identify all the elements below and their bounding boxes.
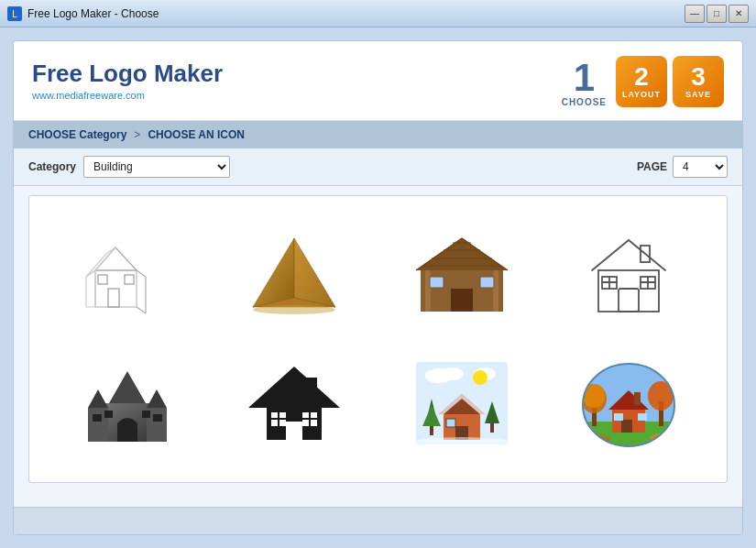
bottom-bar xyxy=(14,507,742,534)
main-window: Free Logo Maker www.mediafreeware.com 1 … xyxy=(0,27,756,548)
svg-rect-86 xyxy=(634,392,641,405)
svg-marker-41 xyxy=(88,389,108,408)
svg-rect-88 xyxy=(614,413,623,421)
svg-point-72 xyxy=(416,437,508,446)
page-select[interactable]: 1 2 3 4 5 xyxy=(673,156,728,178)
svg-rect-89 xyxy=(638,413,647,421)
page-label: PAGE xyxy=(637,160,667,173)
svg-rect-45 xyxy=(153,414,162,422)
window-title: Free Logo Maker - Choose xyxy=(27,7,685,20)
controls-bar: Category Building Animals Abstract Natur… xyxy=(14,148,742,186)
svg-rect-31 xyxy=(619,289,639,312)
breadcrumb-item-2[interactable]: CHOOSE AN ICON xyxy=(148,128,245,141)
svg-marker-12 xyxy=(253,238,294,307)
icon-wireframe-house[interactable] xyxy=(44,211,211,339)
category-label: Category xyxy=(28,160,76,173)
svg-line-6 xyxy=(137,270,146,277)
icon-grid xyxy=(28,195,728,483)
step-1: 1 CHOOSE xyxy=(562,59,607,107)
step-3-box[interactable]: 3 SAVE xyxy=(673,56,724,107)
svg-rect-71 xyxy=(446,419,455,427)
icon-rustic-building[interactable] xyxy=(378,211,545,339)
step2-number: 2 xyxy=(634,64,649,90)
svg-point-61 xyxy=(473,370,488,385)
step-2-box[interactable]: 2 LAYOUT xyxy=(616,56,667,107)
window-controls: — □ ✕ xyxy=(685,5,749,23)
inner-panel: Free Logo Maker www.mediafreeware.com 1 … xyxy=(13,40,743,535)
svg-rect-10 xyxy=(98,275,107,284)
maximize-button[interactable]: □ xyxy=(707,5,727,23)
category-group: Category Building Animals Abstract Natur… xyxy=(28,156,230,178)
minimize-button[interactable]: — xyxy=(685,5,705,23)
svg-rect-11 xyxy=(125,275,134,284)
icon-sketch-house[interactable] xyxy=(545,211,712,339)
step3-number: 3 xyxy=(691,64,706,90)
app-icon: L xyxy=(7,6,22,21)
svg-marker-13 xyxy=(294,238,335,307)
svg-marker-39 xyxy=(109,371,146,403)
svg-rect-9 xyxy=(108,289,119,307)
breadcrumb-item-1[interactable]: CHOOSE Category xyxy=(28,128,126,141)
svg-rect-64 xyxy=(430,426,433,435)
svg-rect-46 xyxy=(104,411,113,418)
svg-rect-28 xyxy=(480,277,494,288)
step1-number: 1 xyxy=(574,59,595,97)
page-group: PAGE 1 2 3 4 5 xyxy=(637,156,728,178)
app-header: Free Logo Maker www.mediafreeware.com 1 … xyxy=(14,41,742,121)
category-select[interactable]: Building Animals Abstract Nature Technol… xyxy=(83,156,230,178)
svg-marker-43 xyxy=(147,389,167,408)
breadcrumb-bar: CHOOSE Category > CHOOSE AN ICON xyxy=(14,121,742,148)
svg-rect-52 xyxy=(286,422,302,440)
icon-dark-castle[interactable] xyxy=(44,339,211,467)
svg-rect-49 xyxy=(306,378,317,396)
svg-point-59 xyxy=(442,367,464,380)
svg-rect-47 xyxy=(142,411,150,418)
svg-rect-44 xyxy=(93,414,102,422)
svg-marker-5 xyxy=(86,247,115,277)
svg-point-77 xyxy=(583,434,610,445)
icon-grid-wrapper xyxy=(14,186,742,507)
step1-label: CHOOSE xyxy=(562,97,607,107)
icon-winter-cabin[interactable] xyxy=(378,339,545,467)
icon-autumn-scene[interactable] xyxy=(545,339,712,467)
close-button[interactable]: ✕ xyxy=(729,5,749,23)
website-link[interactable]: www.mediafreeware.com xyxy=(32,90,145,101)
svg-rect-87 xyxy=(621,420,632,433)
app-name: Free Logo Maker xyxy=(32,60,223,87)
icon-pyramid[interactable] xyxy=(211,211,378,339)
step2-label: LAYOUT xyxy=(622,90,661,99)
logo-area: Free Logo Maker www.mediafreeware.com xyxy=(32,60,223,104)
svg-point-15 xyxy=(253,305,335,314)
svg-text:L: L xyxy=(12,9,17,19)
breadcrumb-separator: > xyxy=(134,128,140,141)
svg-line-7 xyxy=(137,307,146,313)
svg-rect-66 xyxy=(490,423,494,433)
step3-label: SAVE xyxy=(685,90,711,99)
icon-black-house[interactable] xyxy=(211,339,378,467)
titlebar: L Free Logo Maker - Choose — □ ✕ xyxy=(0,0,756,27)
svg-rect-27 xyxy=(430,277,444,288)
svg-rect-26 xyxy=(451,289,473,312)
steps-area: 1 CHOOSE 2 LAYOUT 3 SAVE xyxy=(562,56,724,107)
